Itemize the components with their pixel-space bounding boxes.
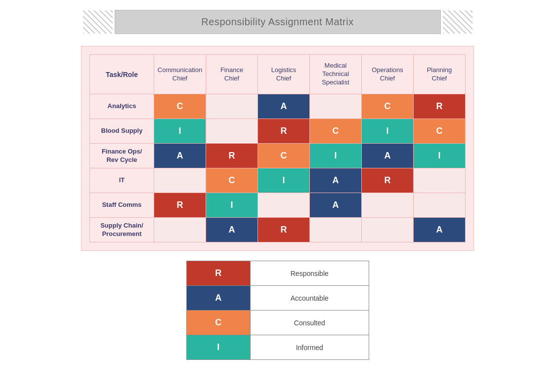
row-label-3: IT — [90, 168, 154, 193]
cell-r4-c3: A — [310, 193, 362, 218]
col-header-plan-chief: PlanningChief — [414, 55, 466, 94]
legend-key-i: I — [186, 335, 251, 360]
cell-r4-c2 — [258, 193, 310, 218]
legend-key-a: A — [186, 286, 251, 311]
cell-r1-c5: C — [414, 119, 466, 144]
legend-value-r: Responsible — [251, 261, 369, 286]
col-header-comm-chief: CommunicationChief — [154, 55, 206, 94]
cell-r0-c5: R — [414, 94, 466, 119]
legend-key-r: R — [186, 261, 251, 286]
page-title: Responsibility Assignment Matrix — [201, 16, 353, 27]
cell-r4-c0: R — [154, 193, 206, 218]
row-label-5: Supply Chain/Procurement — [90, 218, 154, 242]
cell-r1-c3: C — [310, 119, 362, 144]
col-header-task-role: Task/Role — [90, 55, 154, 94]
cell-r0-c1 — [206, 94, 258, 119]
row-label-0: Analytics — [90, 94, 154, 119]
cell-r3-c5 — [414, 168, 466, 193]
cell-r5-c4 — [362, 218, 414, 242]
cell-r3-c4: R — [362, 168, 414, 193]
cell-r2-c1: R — [206, 144, 258, 168]
cell-r1-c4: I — [362, 119, 414, 144]
page-title-container: Responsibility Assignment Matrix — [115, 10, 441, 34]
legend-value-i: Informed — [251, 335, 369, 360]
row-label-4: Staff Comms — [90, 193, 154, 218]
col-header-med-tech: MedicalTechnicalSpecialist — [310, 55, 362, 94]
cell-r3-c1: C — [206, 168, 258, 193]
legend-table: RResponsibleAAccountableCConsultedIInfor… — [186, 261, 369, 360]
col-header-ops-chief: OperationsChief — [362, 55, 414, 94]
cell-r5-c1: A — [206, 218, 258, 242]
responsibility-matrix: Task/Role CommunicationChief FinanceChie… — [89, 54, 466, 242]
cell-r2-c2: C — [258, 144, 310, 168]
cell-r0-c0: C — [154, 94, 206, 119]
cell-r2-c4: A — [362, 144, 414, 168]
cell-r4-c5 — [414, 193, 466, 218]
cell-r1-c2: R — [258, 119, 310, 144]
cell-r4-c4 — [362, 193, 414, 218]
col-header-log-chief: LogisticsChief — [258, 55, 310, 94]
cell-r3-c3: A — [310, 168, 362, 193]
cell-r1-c1 — [206, 119, 258, 144]
row-label-1: Blood Supply — [90, 119, 154, 144]
cell-r5-c5: A — [414, 218, 466, 242]
cell-r2-c0: A — [154, 144, 206, 168]
cell-r2-c5: I — [414, 144, 466, 168]
cell-r3-c0 — [154, 168, 206, 193]
cell-r2-c3: I — [310, 144, 362, 168]
cell-r1-c0: I — [154, 119, 206, 144]
cell-r5-c0 — [154, 218, 206, 242]
row-label-2: Finance Ops/Rev Cycle — [90, 144, 154, 168]
cell-r5-c3 — [310, 218, 362, 242]
cell-r5-c2: R — [258, 218, 310, 242]
legend-value-a: Accountable — [251, 286, 369, 311]
legend-value-c: Consulted — [251, 311, 369, 335]
col-header-fin-chief: FinanceChief — [206, 55, 258, 94]
matrix-wrapper: Task/Role CommunicationChief FinanceChie… — [81, 46, 474, 251]
cell-r0-c2: A — [258, 94, 310, 119]
cell-r4-c1: I — [206, 193, 258, 218]
cell-r3-c2: I — [258, 168, 310, 193]
cell-r0-c3 — [310, 94, 362, 119]
cell-r0-c4: C — [362, 94, 414, 119]
legend-key-c: C — [186, 311, 251, 335]
